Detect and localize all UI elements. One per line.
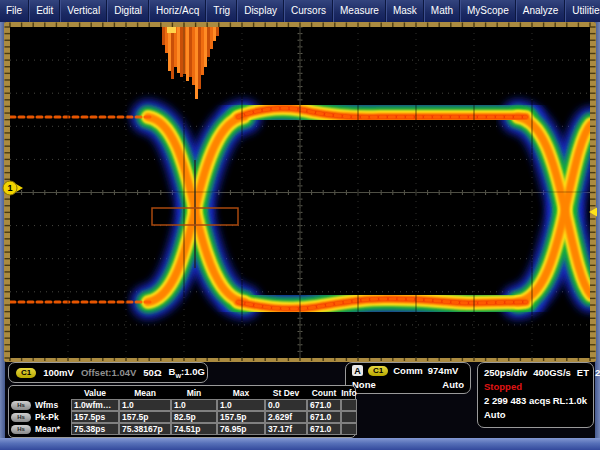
table-cell-value: 157.5ps bbox=[71, 411, 119, 423]
histogram-source-badge: Hs bbox=[11, 413, 31, 422]
menu-item-utilities[interactable]: Utilities bbox=[565, 0, 600, 22]
channel1-scale: 100mV bbox=[43, 367, 74, 378]
channel1-offset: Offset:1.04V bbox=[81, 367, 136, 378]
column-header-mean: Mean bbox=[119, 388, 171, 398]
oscilloscope-application: FileEditVerticalDigitalHoriz/AcqTrigDisp… bbox=[0, 0, 600, 450]
menu-item-mask[interactable]: Mask bbox=[386, 0, 424, 22]
measurement-label-cell: HsWfms bbox=[11, 400, 71, 410]
menu-item-digital[interactable]: Digital bbox=[107, 0, 149, 22]
table-cell-max: 157.5p bbox=[217, 411, 265, 423]
table-cell-stdev: 0.0 bbox=[265, 399, 307, 411]
svg-text:1: 1 bbox=[7, 183, 12, 193]
table-cell-info bbox=[341, 411, 357, 423]
menu-item-file[interactable]: File bbox=[0, 0, 29, 22]
sample-rate: 400GS/s bbox=[533, 366, 571, 380]
acquisition-status: Stopped bbox=[484, 380, 587, 394]
measurement-label-cell: HsMean* bbox=[11, 424, 71, 434]
table-cell-stdev: 2.629f bbox=[265, 411, 307, 423]
table-cell-min: 1.0 bbox=[171, 399, 217, 411]
menu-item-measure[interactable]: Measure bbox=[333, 0, 386, 22]
measurement-table-header: ValueMeanMinMaxSt DevCountInfo bbox=[11, 387, 353, 399]
menu-item-display[interactable]: Display bbox=[237, 0, 284, 22]
menu-items: FileEditVerticalDigitalHoriz/AcqTrigDisp… bbox=[0, 0, 600, 22]
column-header-value: Value bbox=[71, 388, 119, 398]
trigger-mode: Auto bbox=[442, 379, 464, 390]
acquisition-count: 2 299 483 acqs bbox=[484, 394, 551, 408]
table-cell-min: 82.5p bbox=[171, 411, 217, 423]
menu-item-analyze[interactable]: Analyze bbox=[516, 0, 566, 22]
column-header-count: Count bbox=[307, 388, 341, 398]
measurement-row-wfms[interactable]: HsWfms1.0wfm…1.01.01.00.0671.0 bbox=[11, 399, 353, 411]
menu-item-trig[interactable]: Trig bbox=[206, 0, 237, 22]
table-cell-value: 1.0wfm… bbox=[71, 399, 119, 411]
trigger-source-line: A C1 Comm 974mV bbox=[352, 365, 464, 376]
column-header-max: Max bbox=[217, 388, 265, 398]
measurement-label-cell: HsPk-Pk bbox=[11, 412, 71, 422]
measurement-table[interactable]: ValueMeanMinMaxSt DevCountInfo HsWfms1.0… bbox=[8, 385, 356, 438]
trigger-type: Comm bbox=[393, 365, 423, 376]
menu-item-math[interactable]: Math bbox=[424, 0, 460, 22]
resolution: 2.5ps/pt bbox=[595, 366, 600, 380]
table-cell-mean: 1.0 bbox=[119, 399, 171, 411]
waveform-display[interactable]: 1 bbox=[0, 22, 600, 362]
column-header-info: Info bbox=[341, 388, 357, 398]
trigger-mode-status: Auto bbox=[484, 408, 587, 422]
table-cell-value: 75.38ps bbox=[71, 423, 119, 435]
table-cell-info bbox=[341, 423, 357, 435]
measurement-name: Mean* bbox=[35, 424, 60, 434]
table-cell-max: 1.0 bbox=[217, 399, 265, 411]
sampling-mode: ET bbox=[577, 366, 589, 380]
trigger-channel-badge: C1 bbox=[368, 366, 388, 376]
timebase-line: 250ps/div 400GS/s ET 2.5ps/pt bbox=[484, 366, 587, 380]
channel1-readout[interactable]: C1 100mV Offset:1.04V 50Ω BW:1.0G bbox=[8, 362, 208, 383]
table-cell-stdev: 37.17f bbox=[265, 423, 307, 435]
measurement-name: Pk-Pk bbox=[35, 412, 59, 422]
menu-item-vertical[interactable]: Vertical bbox=[60, 0, 107, 22]
menu-item-edit[interactable]: Edit bbox=[29, 0, 60, 22]
measurement-table-rows: HsWfms1.0wfm…1.01.01.00.0671.0HsPk-Pk157… bbox=[11, 399, 353, 435]
menu-bar: FileEditVerticalDigitalHoriz/AcqTrigDisp… bbox=[0, 0, 600, 22]
measurement-row-mean[interactable]: HsMean*75.38ps75.38167p74.51p76.95p37.17… bbox=[11, 423, 353, 435]
table-cell-count: 671.0 bbox=[307, 423, 341, 435]
table-cell-count: 671.0 bbox=[307, 399, 341, 411]
table-cell-min: 74.51p bbox=[171, 423, 217, 435]
column-header-stdev: St Dev bbox=[265, 388, 307, 398]
trigger-mode-line: None Auto bbox=[352, 379, 464, 390]
measurement-row-pkpk[interactable]: HsPk-Pk157.5ps157.5p82.5p157.5p2.629f671… bbox=[11, 411, 353, 423]
histogram-source-badge: Hs bbox=[11, 401, 31, 410]
table-cell-mean: 157.5p bbox=[119, 411, 171, 423]
graticule: 1 bbox=[0, 22, 600, 362]
menu-item-horizacq[interactable]: Horiz/Acq bbox=[149, 0, 206, 22]
table-cell-count: 671.0 bbox=[307, 411, 341, 423]
trigger-level: 974mV bbox=[428, 365, 459, 376]
trigger-readout[interactable]: A C1 Comm 974mV None Auto bbox=[345, 362, 471, 394]
window-frame-bottom bbox=[0, 438, 600, 450]
timebase: 250ps/div bbox=[484, 366, 527, 380]
menu-item-myscope[interactable]: MyScope bbox=[460, 0, 516, 22]
menu-item-cursors[interactable]: Cursors bbox=[284, 0, 333, 22]
acquisition-count-line: 2 299 483 acqs RL:1.0k bbox=[484, 394, 587, 408]
table-cell-mean: 75.38167p bbox=[119, 423, 171, 435]
column-header-min: Min bbox=[171, 388, 217, 398]
table-cell-max: 76.95p bbox=[217, 423, 265, 435]
record-length: RL:1.0k bbox=[553, 394, 587, 408]
channel1-bandwidth: BW:1.0G bbox=[169, 366, 205, 379]
measurement-name: Wfms bbox=[35, 400, 58, 410]
table-cell-info bbox=[341, 399, 357, 411]
channel1-impedance: 50Ω bbox=[143, 367, 161, 378]
readout-panel: C1 100mV Offset:1.04V 50Ω BW:1.0G A C1 C… bbox=[0, 362, 600, 450]
trigger-a-badge: A bbox=[352, 365, 363, 376]
histogram-source-badge: Hs bbox=[11, 425, 31, 434]
acquisition-readout[interactable]: 250ps/div 400GS/s ET 2.5ps/pt Stopped 2 … bbox=[477, 362, 594, 428]
channel1-badge: C1 bbox=[16, 368, 36, 378]
